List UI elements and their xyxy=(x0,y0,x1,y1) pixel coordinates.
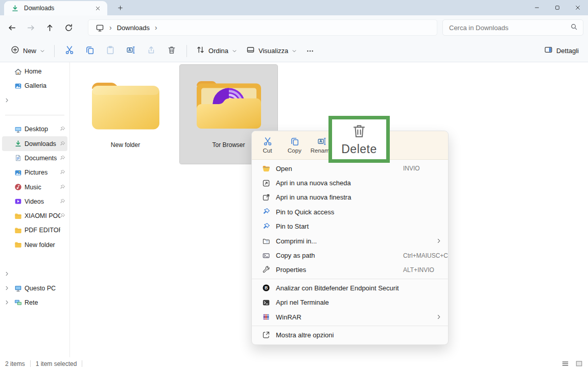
context-quick-action-copy[interactable]: Copy xyxy=(281,133,308,158)
new-tab-button[interactable] xyxy=(114,2,126,13)
folder-icon xyxy=(14,241,22,249)
sidebar-item-music[interactable]: Music xyxy=(2,180,67,194)
toolbar-action-copy[interactable] xyxy=(80,43,100,59)
terminal-icon xyxy=(262,299,271,307)
sidebar-item-collapsed-node[interactable] xyxy=(2,93,67,108)
chevron-right-icon[interactable] xyxy=(4,285,10,291)
forward-button[interactable] xyxy=(23,20,38,35)
folder-open-icon xyxy=(262,164,271,172)
context-menu-item-open[interactable]: Open INVIO xyxy=(252,161,448,176)
context-menu-item-analizar-con-bitdefender-endpoin[interactable]: B Analizar con Bitdefender Endpoint Secu… xyxy=(252,281,448,295)
pin-icon xyxy=(59,126,65,132)
context-menu-item-mostra-altre-opzioni[interactable]: Mostra altre opzioni xyxy=(252,328,448,342)
command-toolbar: New Ordina Visualizza Dettagli xyxy=(0,40,588,62)
context-menu-item-divider[interactable] xyxy=(252,324,448,328)
sort-button-label: Ordina xyxy=(208,47,228,55)
toolbar-action-delete[interactable] xyxy=(161,43,182,59)
chevron-down-icon xyxy=(292,46,297,56)
bitdefender-icon: B xyxy=(262,284,271,292)
sidebar-item-galleria[interactable]: Galleria xyxy=(2,79,67,93)
toolbar-action-paste[interactable] xyxy=(100,43,121,59)
sidebar-item-rete[interactable]: Rete xyxy=(2,295,67,310)
back-button[interactable] xyxy=(4,20,19,35)
new-button[interactable]: New xyxy=(6,43,50,59)
maximize-button[interactable] xyxy=(547,0,568,15)
sidebar-item-collapsed-node[interactable] xyxy=(2,266,67,281)
new-tab-icon xyxy=(262,179,271,187)
breadcrumb-item-downloads[interactable]: Downloads xyxy=(117,24,150,32)
more-options-button[interactable] xyxy=(301,43,319,59)
close-button[interactable] xyxy=(568,0,588,15)
zip-icon xyxy=(262,237,271,245)
details-pane-icon xyxy=(544,45,553,56)
annotation-delete-highlight[interactable]: Delete xyxy=(328,116,390,163)
rename-icon xyxy=(317,137,326,146)
sidebar-item-pdf-editor[interactable]: PDF EDITOR xyxy=(2,223,67,237)
sidebar-item-desktop[interactable]: Desktop xyxy=(2,122,67,136)
sidebar-item-documents[interactable]: Documents xyxy=(2,151,67,165)
sidebar-item-xiaomi-poco-f[interactable]: XIAOMI POCO F xyxy=(2,209,67,223)
context-menu-item-apri-in-una-nuova-scheda[interactable]: Apri in una nuova scheda xyxy=(252,176,448,190)
sidebar-item-home[interactable]: Home xyxy=(2,64,67,79)
context-menu-items: Open INVIO Apri in una nuova scheda Apri… xyxy=(252,160,448,344)
toolbar-action-rename[interactable] xyxy=(121,43,141,59)
status-divider xyxy=(30,360,31,367)
home-icon xyxy=(14,68,22,76)
search-icon[interactable] xyxy=(570,23,578,33)
details-button[interactable]: Dettagli xyxy=(541,43,582,59)
context-menu-item-apri-nel-terminale[interactable]: Apri nel Terminale xyxy=(252,295,448,310)
sidebar-item-pictures[interactable]: Pictures xyxy=(2,165,67,180)
status-bar: 2 items 1 item selected xyxy=(0,357,588,370)
status-divider xyxy=(82,360,82,367)
wrench-icon xyxy=(262,266,271,274)
up-button[interactable] xyxy=(42,20,57,35)
sidebar-item-new-folder[interactable]: New folder xyxy=(2,238,67,252)
list-view-icon[interactable] xyxy=(561,360,569,367)
context-menu-item-comprimi-in[interactable]: Comprimi in... xyxy=(252,234,448,248)
breadcrumb[interactable]: › Downloads › xyxy=(88,19,437,36)
context-menu-item-pin-to-quick-access[interactable]: Pin to Quick access xyxy=(252,205,448,219)
grid-view-icon[interactable] xyxy=(575,360,583,367)
toolbar-action-share[interactable] xyxy=(141,43,161,59)
context-menu-item-winrar[interactable]: WinRAR xyxy=(252,310,448,324)
selected-count: 1 item selected xyxy=(36,360,77,367)
refresh-button[interactable] xyxy=(61,20,76,35)
navigation-bar: › Downloads › xyxy=(0,15,588,40)
trash-icon xyxy=(351,123,367,141)
search-input[interactable] xyxy=(448,23,570,32)
chevron-right-icon[interactable] xyxy=(4,271,10,277)
context-menu-item-apri-in-una-nuova-finestra[interactable]: Apri in una nuova finestra xyxy=(252,190,448,205)
sidebar-item-questo-pc[interactable]: Questo PC xyxy=(2,281,67,295)
pin-icon xyxy=(59,213,65,219)
share-icon xyxy=(147,45,156,57)
sidebar-item-downloads[interactable]: Downloads xyxy=(2,136,67,151)
tab-downloads[interactable]: Downloads xyxy=(4,1,107,15)
rename-icon xyxy=(126,45,135,57)
chevron-right-icon[interactable] xyxy=(4,97,10,103)
copy-icon xyxy=(85,45,95,57)
music-icon xyxy=(14,183,22,191)
monitor-icon[interactable] xyxy=(96,23,104,32)
pin-blue-icon xyxy=(262,208,271,216)
tab-close-icon[interactable] xyxy=(92,3,103,14)
search-box[interactable] xyxy=(442,19,583,36)
view-button[interactable]: Visualizza xyxy=(242,43,301,59)
download-icon xyxy=(11,5,19,12)
sort-button[interactable]: Ordina xyxy=(192,43,242,59)
context-menu-item-copy-as-path[interactable]: Copy as path Ctrl+MAIUSC+C xyxy=(252,248,448,262)
pin-blue-icon xyxy=(262,223,271,231)
toolbar-action-cut[interactable] xyxy=(59,43,80,59)
sidebar-item-videos[interactable]: Videos xyxy=(2,194,67,209)
sort-icon xyxy=(196,45,205,56)
minimize-button[interactable] xyxy=(527,0,547,15)
context-menu-item-pin-to-start[interactable]: Pin to Start xyxy=(252,219,448,234)
svg-text:B: B xyxy=(265,285,268,290)
chevron-right-icon[interactable] xyxy=(4,300,10,305)
sidebar: Home Galleria Desktop Downloads Document… xyxy=(0,62,70,357)
file-tile-new-folder[interactable]: New folder xyxy=(77,65,174,164)
network-icon xyxy=(14,299,22,306)
context-quick-action-cut[interactable]: Cut xyxy=(254,133,281,158)
context-menu-item-divider[interactable] xyxy=(252,277,448,281)
sidebar-item-divider[interactable] xyxy=(4,108,65,122)
context-menu-item-properties[interactable]: Properties ALT+INVIO xyxy=(252,263,448,277)
